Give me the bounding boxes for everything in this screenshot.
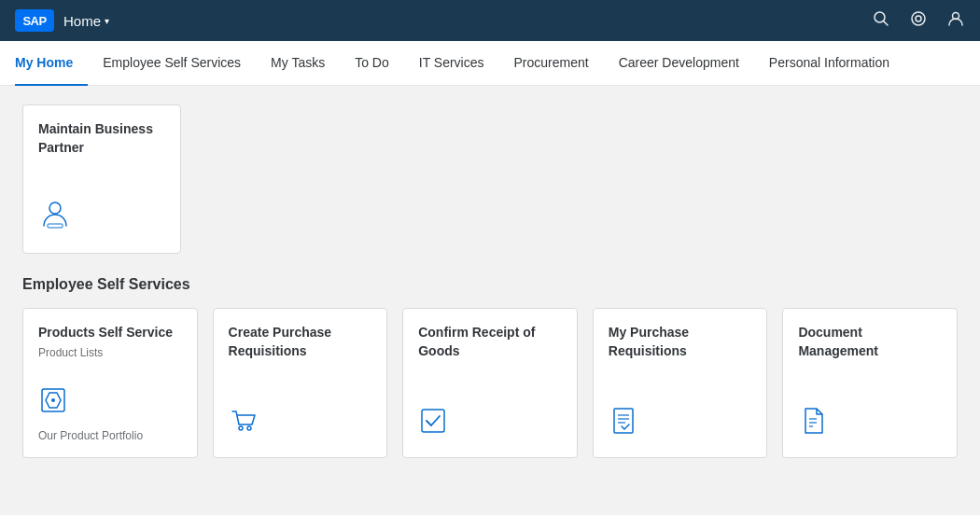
- shopping-cart-icon: [229, 406, 372, 442]
- document-icon: [798, 406, 942, 442]
- tab-employee-self-services[interactable]: Employee Self Services: [88, 41, 256, 86]
- notifications-icon[interactable]: [909, 9, 928, 33]
- ess-card-title: Create Purchase Requisitions: [229, 324, 372, 360]
- header-left: SAP Home ▾: [15, 9, 109, 32]
- tab-my-tasks[interactable]: My Tasks: [256, 41, 340, 86]
- svg-point-9: [51, 398, 55, 402]
- sap-logo[interactable]: SAP: [15, 9, 54, 32]
- ess-card-bottom: [418, 387, 562, 442]
- ess-card-bottom: [609, 387, 752, 442]
- ess-card-content: Confirm Receipt of Goods: [418, 324, 562, 364]
- nav-tabs: My Home Employee Self Services My Tasks …: [0, 41, 980, 86]
- svg-point-5: [49, 202, 61, 214]
- card-title: Maintain Business Partner: [38, 120, 165, 157]
- home-menu[interactable]: Home ▾: [63, 13, 109, 29]
- svg-point-3: [916, 16, 921, 21]
- ess-card-title: Products Self Service: [38, 324, 182, 342]
- tab-to-do[interactable]: To Do: [340, 41, 404, 86]
- ess-section-title: Employee Self Services: [22, 276, 958, 293]
- user-icon[interactable]: [946, 9, 965, 33]
- card-top: Maintain Business Partner: [38, 120, 165, 160]
- create-purchase-requisitions-card[interactable]: Create Purchase Requisitions: [213, 308, 388, 458]
- ess-cards-row: Products Self Service Product Lists Our …: [22, 308, 958, 458]
- tab-career-development[interactable]: Career Development: [604, 41, 754, 86]
- document-management-card[interactable]: Document Management: [782, 308, 958, 458]
- ess-card-footer: Our Product Portfolio: [38, 429, 182, 442]
- tab-procurement[interactable]: Procurement: [499, 41, 604, 86]
- chevron-down-icon: ▾: [105, 16, 109, 26]
- tab-personal-information[interactable]: Personal Information: [754, 41, 904, 86]
- tab-my-home[interactable]: My Home: [15, 41, 88, 86]
- svg-line-1: [884, 21, 889, 25]
- ess-card-content: Document Management: [798, 324, 942, 364]
- ess-card-content: Products Self Service Product Lists: [38, 324, 182, 367]
- tab-it-services[interactable]: IT Services: [404, 41, 499, 86]
- ess-card-content: My Purchase Requisitions: [609, 324, 752, 364]
- maintain-business-partner-card[interactable]: Maintain Business Partner: [22, 104, 181, 254]
- svg-rect-13: [614, 409, 633, 433]
- ess-card-title: Confirm Receipt of Goods: [418, 324, 562, 360]
- top-header: SAP Home ▾: [0, 0, 980, 41]
- ess-card-bottom: [798, 387, 942, 442]
- top-cards-row: Maintain Business Partner: [22, 104, 958, 254]
- home-label-text: Home: [63, 13, 101, 29]
- checkmark-icon: [418, 406, 562, 442]
- ess-card-title: Document Management: [798, 324, 942, 360]
- business-partner-icon: [38, 198, 165, 238]
- products-self-service-card[interactable]: Products Self Service Product Lists Our …: [22, 308, 198, 458]
- ess-card-bottom: Our Product Portfolio: [38, 367, 182, 442]
- svg-point-11: [247, 426, 251, 430]
- search-icon[interactable]: [872, 9, 890, 33]
- ess-card-subtitle: Product Lists: [38, 346, 182, 359]
- main-content: Maintain Business Partner Employee Self …: [0, 86, 980, 477]
- svg-point-2: [912, 12, 925, 25]
- svg-rect-6: [48, 224, 63, 228]
- my-purchase-requisitions-card[interactable]: My Purchase Requisitions: [593, 308, 768, 458]
- header-right: [872, 9, 965, 33]
- product-list-icon: [38, 385, 182, 422]
- ess-card-bottom: [229, 387, 372, 442]
- ess-card-content: Create Purchase Requisitions: [229, 324, 372, 364]
- requisition-list-icon: [609, 406, 752, 442]
- confirm-receipt-of-goods-card[interactable]: Confirm Receipt of Goods: [402, 308, 578, 458]
- svg-rect-12: [422, 410, 444, 432]
- svg-point-10: [239, 426, 243, 430]
- ess-card-title: My Purchase Requisitions: [609, 324, 752, 360]
